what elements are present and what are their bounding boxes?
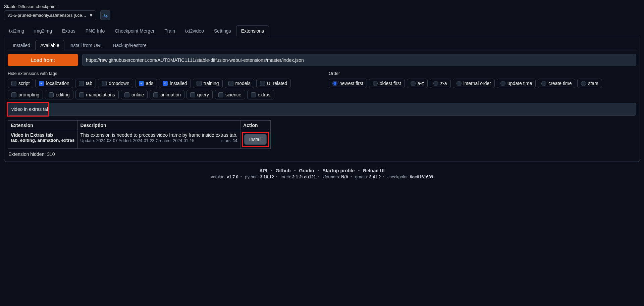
- tab-extras[interactable]: Extras: [57, 25, 80, 36]
- index-url-input[interactable]: [82, 54, 636, 66]
- col-extension: Extension: [8, 121, 78, 130]
- refresh-checkpoint-button[interactable]: ⇆: [100, 10, 110, 20]
- tab-txt2img[interactable]: txt2img: [4, 25, 29, 36]
- order-update-time[interactable]: update time: [497, 79, 536, 88]
- tab-checkpoint-merger[interactable]: Checkpoint Merger: [110, 25, 159, 36]
- hide-tag-localization[interactable]: localization: [35, 79, 73, 88]
- footer-links: API•Github•Gradio•Startup profile•Reload…: [4, 168, 640, 173]
- checkbox-icon: [102, 81, 107, 86]
- checkbox-icon: [49, 92, 54, 97]
- chip-label: z-a: [440, 81, 447, 86]
- chip-label: update time: [507, 81, 532, 86]
- chip-label: query: [197, 92, 209, 97]
- checkbox-icon: [228, 81, 233, 86]
- footer-link-github[interactable]: Github: [276, 168, 291, 173]
- footer-link-api[interactable]: API: [259, 168, 267, 173]
- chip-label: create time: [548, 81, 572, 86]
- checkpoint-label: Stable Diffusion checkpoint: [4, 4, 96, 9]
- hide-tag-extras[interactable]: extras: [247, 90, 274, 99]
- search-input[interactable]: [8, 103, 636, 116]
- checkbox-icon: [11, 81, 16, 86]
- hide-tag-query[interactable]: query: [186, 90, 213, 99]
- footer-link-reload-ui[interactable]: Reload UI: [363, 168, 385, 173]
- hide-tag-dropdown[interactable]: dropdown: [98, 79, 133, 88]
- tab-extensions[interactable]: Extensions: [236, 25, 269, 36]
- subtab-install-from-url[interactable]: Install from URL: [64, 40, 108, 50]
- checkbox-icon: [190, 92, 195, 97]
- chip-label: extras: [258, 92, 271, 97]
- install-button[interactable]: Install: [244, 134, 267, 145]
- order-create-time[interactable]: create time: [538, 79, 575, 88]
- hide-tag-prompting[interactable]: prompting: [8, 90, 43, 99]
- order-z-a[interactable]: z-a: [430, 79, 450, 88]
- chip-label: stars: [588, 81, 598, 86]
- chip-label: prompting: [18, 92, 39, 97]
- subtab-installed[interactable]: Installed: [8, 40, 35, 50]
- extension-description: This extension is needed to process vide…: [80, 132, 237, 138]
- order-a-z[interactable]: a-z: [407, 79, 428, 88]
- tab-settings[interactable]: Settings: [209, 25, 236, 36]
- table-row: Video in Extras tab tab, editing, animat…: [8, 130, 271, 149]
- checkpoint-dropdown[interactable]: v1-5-pruned-emaonly.safetensors [6ce0161…: [4, 10, 96, 20]
- hide-tag-science[interactable]: science: [215, 90, 245, 99]
- radio-icon: [457, 81, 462, 86]
- extensions-subtabs: InstalledAvailableInstall from URLBackup…: [8, 40, 636, 50]
- radio-icon: [373, 81, 378, 86]
- order-internal-order[interactable]: internal order: [453, 79, 495, 88]
- footer-link-startup-profile[interactable]: Startup profile: [323, 168, 355, 173]
- hide-tag-training[interactable]: training: [193, 79, 223, 88]
- checkbox-icon: [39, 81, 44, 86]
- checkbox-icon: [79, 81, 84, 86]
- hide-tags-label: Hide extensions with tags: [8, 71, 315, 76]
- chip-label: UI related: [267, 81, 287, 86]
- col-description: Description: [77, 121, 240, 130]
- hide-tag-script[interactable]: script: [8, 79, 33, 88]
- subtab-available[interactable]: Available: [35, 40, 64, 50]
- chip-label: dropdown: [109, 81, 129, 86]
- hide-tag-editing[interactable]: editing: [45, 90, 73, 99]
- order-oldest-first[interactable]: oldest first: [369, 79, 405, 88]
- order-stars[interactable]: stars: [577, 79, 602, 88]
- tab-png-info[interactable]: PNG Info: [80, 25, 110, 36]
- radio-icon: [433, 81, 438, 86]
- hide-tag-animation[interactable]: animation: [150, 90, 184, 99]
- subtab-backup/restore[interactable]: Backup/Restore: [108, 40, 152, 50]
- footer-meta: version: v1.7.0• python: 3.10.12• torch:…: [4, 175, 640, 179]
- chip-label: installed: [170, 81, 187, 86]
- chip-label: manipulations: [86, 92, 115, 97]
- radio-icon: [541, 81, 546, 86]
- hide-tag-installed[interactable]: installed: [159, 79, 191, 88]
- radio-icon: [411, 81, 416, 86]
- chip-label: internal order: [464, 81, 491, 86]
- tab-txt2video[interactable]: txt2video: [180, 25, 209, 36]
- chip-label: newest first: [339, 81, 363, 86]
- chip-label: a-z: [418, 81, 424, 86]
- hide-tag-online[interactable]: online: [121, 90, 148, 99]
- chip-label: editing: [56, 92, 69, 97]
- tab-img2img[interactable]: img2img: [29, 25, 57, 36]
- hide-tag-manipulations[interactable]: manipulations: [75, 90, 119, 99]
- load-from-button[interactable]: Load from:: [8, 54, 78, 66]
- hide-tag-ads[interactable]: ads: [135, 79, 157, 88]
- chip-label: animation: [160, 92, 181, 97]
- chip-label: training: [204, 81, 219, 86]
- checkbox-icon: [260, 81, 265, 86]
- chip-label: localization: [46, 81, 69, 86]
- checkbox-icon: [153, 92, 158, 97]
- hide-tag-tab[interactable]: tab: [75, 79, 96, 88]
- hide-tag-models[interactable]: models: [225, 79, 254, 88]
- checkbox-icon: [251, 92, 256, 97]
- extensions-table: Extension Description Action Video in Ex…: [8, 120, 271, 149]
- chip-label: science: [225, 92, 241, 97]
- checkbox-icon: [11, 92, 16, 97]
- chip-label: online: [131, 92, 144, 97]
- tab-train[interactable]: Train: [160, 25, 180, 36]
- extension-title: Video in Extras tab: [11, 132, 75, 138]
- order-newest-first[interactable]: newest first: [329, 79, 367, 88]
- refresh-icon: ⇆: [103, 12, 108, 18]
- col-action: Action: [240, 121, 271, 130]
- footer-link-gradio[interactable]: Gradio: [299, 168, 314, 173]
- extension-tags: tab, editing, animation, extras: [11, 138, 75, 143]
- hide-tag-ui-related[interactable]: UI related: [256, 79, 291, 88]
- hidden-count: Extension hidden: 310: [8, 151, 636, 157]
